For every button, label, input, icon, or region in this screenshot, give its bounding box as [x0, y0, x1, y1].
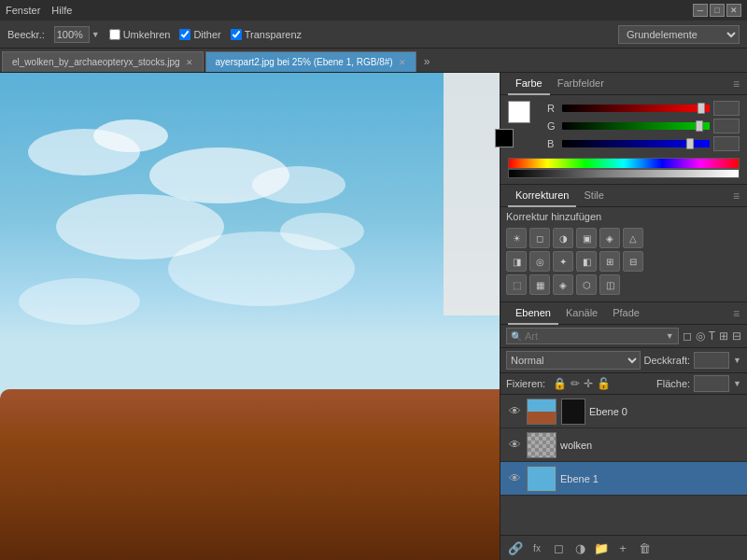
percent-arrow[interactable]: ▼: [92, 30, 100, 39]
korrekturen-section: Korrektur hinzufügen ☀ ◻ ◑ ▣ ◈ △ ◨ ◎ ✦ ◧…: [500, 207, 747, 301]
korr-icon-4[interactable]: ◈: [599, 228, 620, 248]
new-layer-icon[interactable]: +: [613, 539, 632, 557]
korr-icons-row-2: ◨ ◎ ✦ ◧ ⊞ ⊟: [506, 251, 741, 272]
dither-checkbox[interactable]: [179, 29, 190, 40]
deckkraft-arrow[interactable]: ▼: [733, 356, 741, 365]
flaeche-input[interactable]: 100%: [694, 375, 729, 392]
menu-item-hilfe[interactable]: Hilfe: [51, 5, 72, 16]
fix-icon-4[interactable]: 🔓: [597, 377, 611, 390]
layer-tool-icon-4[interactable]: ⊞: [719, 329, 728, 343]
close-button[interactable]: ✕: [726, 4, 741, 17]
korr-icon-8[interactable]: ✦: [553, 251, 573, 272]
korr-icon-10[interactable]: ⊞: [599, 251, 620, 272]
folder-icon[interactable]: 📁: [592, 539, 611, 557]
color-spectrum[interactable]: [508, 158, 740, 169]
channel-g-slider[interactable]: [562, 120, 710, 132]
panel-bottom-icons: 🔗 fx ◻ ◑ 📁 + 🗑: [500, 535, 747, 560]
fix-icon-1[interactable]: 🔒: [553, 377, 567, 390]
tab-farbe[interactable]: Farbe: [508, 73, 550, 95]
link-icon[interactable]: 🔗: [506, 539, 525, 557]
fix-icon-2[interactable]: ✏: [571, 377, 580, 390]
layer-tool-icon-5[interactable]: ⊟: [732, 329, 741, 343]
maximize-button[interactable]: □: [710, 4, 725, 17]
doc-tab-1[interactable]: ayerspart2.jpg bei 25% (Ebene 1, RGB/8#)…: [205, 51, 416, 72]
layer-tool-icon-3[interactable]: T: [709, 329, 715, 343]
layer-tool-icon-1[interactable]: ◻: [683, 329, 692, 343]
search-input[interactable]: [525, 330, 663, 342]
korrekturen-panel-options[interactable]: ≡: [733, 189, 740, 203]
grundelemente-select[interactable]: Grundelemente: [618, 25, 740, 44]
channel-b-slider[interactable]: [562, 138, 710, 149]
layer-name-1: wolken: [560, 440, 741, 451]
deckkraft-input[interactable]: 100%: [694, 352, 729, 369]
korr-icon-0[interactable]: ☀: [506, 228, 527, 248]
mask-icon[interactable]: ◻: [549, 539, 568, 557]
channel-r-value[interactable]: 240: [713, 101, 740, 116]
tab-farbfelder[interactable]: Farbfelder: [550, 73, 612, 95]
tab-korrekturen[interactable]: Korrekturen: [508, 185, 576, 207]
fixieren-row: Fixieren: 🔒 ✏ ✛ 🔓 Fläche: 100% ▼: [500, 373, 747, 395]
korr-icon-7[interactable]: ◎: [529, 251, 550, 272]
channel-b-label: B: [547, 138, 558, 149]
korr-icon-16[interactable]: ◫: [599, 274, 620, 295]
korr-icon-14[interactable]: ◈: [553, 274, 573, 295]
fix-icon-3[interactable]: ✛: [584, 377, 593, 390]
doc-tab-0[interactable]: el_wolken_by_archaeopteryx_stocks.jpg ✕: [2, 51, 204, 72]
channel-g-value[interactable]: 237: [713, 119, 740, 133]
transparenz-checkbox[interactable]: [231, 29, 242, 40]
umkehren-label[interactable]: Umkehren: [109, 29, 171, 40]
flaeche-arrow[interactable]: ▼: [733, 379, 741, 388]
korrekturen-tabs: Korrekturen Stile ≡: [500, 185, 747, 207]
layer-name-2: Ebene 1: [560, 473, 741, 484]
korr-icon-9[interactable]: ◧: [576, 251, 597, 272]
color-fg[interactable]: [508, 101, 530, 123]
tab-stile[interactable]: Stile: [576, 185, 611, 207]
delete-layer-icon[interactable]: 🗑: [635, 539, 654, 557]
korr-icon-12[interactable]: ⬚: [506, 274, 527, 295]
layer-mask-0: [561, 399, 585, 425]
korr-icon-2[interactable]: ◑: [553, 228, 573, 248]
korr-icons-row-3: ⬚ ▦ ◈ ⬡ ◫: [506, 274, 741, 295]
search-box[interactable]: 🔍 ▼: [506, 328, 679, 344]
adjustment-icon[interactable]: ◑: [571, 539, 589, 557]
main-area: Farbe Farbfelder ≡ R: [0, 73, 747, 560]
korr-icon-15[interactable]: ⬡: [576, 274, 597, 295]
tabs-row: el_wolken_by_archaeopteryx_stocks.jpg ✕ …: [0, 49, 747, 73]
korr-icon-6[interactable]: ◨: [506, 251, 527, 272]
korr-icon-5[interactable]: △: [623, 228, 643, 248]
korr-icon-3[interactable]: ▣: [576, 228, 597, 248]
dither-label[interactable]: Dither: [179, 29, 220, 40]
fx-icon[interactable]: fx: [528, 539, 546, 557]
korr-icon-1[interactable]: ◻: [529, 228, 550, 248]
minimize-button[interactable]: ─: [693, 4, 708, 17]
ebenen-panel-options[interactable]: ≡: [733, 307, 740, 320]
layer-visibility-1[interactable]: 👁: [506, 437, 523, 454]
layer-visibility-2[interactable]: 👁: [506, 470, 523, 487]
tab-pfade[interactable]: Pfade: [605, 302, 647, 325]
tab-close-0[interactable]: ✕: [186, 58, 193, 67]
umkehren-checkbox[interactable]: [109, 29, 120, 40]
channel-r-slider[interactable]: [562, 103, 710, 114]
tab-kanaele[interactable]: Kanäle: [558, 302, 605, 325]
korr-icon-11[interactable]: ⊟: [623, 251, 643, 272]
transparenz-label[interactable]: Transparenz: [231, 29, 302, 40]
layer-tool-icon-2[interactable]: ◎: [696, 329, 705, 343]
search-dropdown-icon[interactable]: ▼: [666, 331, 674, 341]
percent-input[interactable]: [54, 26, 90, 43]
canvas-area[interactable]: [0, 73, 500, 560]
layer-item-1[interactable]: 👁 wolken: [500, 428, 747, 462]
color-section: R 240 G: [500, 95, 747, 184]
korr-icon-13[interactable]: ▦: [529, 274, 550, 295]
color-panel-options-icon[interactable]: ≡: [733, 77, 740, 91]
color-bg[interactable]: [495, 129, 514, 147]
tab-ebenen[interactable]: Ebenen: [508, 302, 558, 325]
layer-visibility-0[interactable]: 👁: [506, 403, 523, 420]
channel-b-value[interactable]: 222: [713, 136, 740, 151]
layer-item-0[interactable]: 👁 Ebene 0: [500, 395, 747, 428]
menu-item-fenster[interactable]: Fenster: [6, 5, 40, 16]
tabs-more[interactable]: »: [418, 51, 436, 72]
layer-item-2[interactable]: 👁 Ebene 1: [500, 462, 747, 496]
blend-mode-select[interactable]: Normal: [506, 351, 641, 370]
tab-close-1[interactable]: ✕: [399, 58, 406, 67]
color-panel: Farbe Farbfelder ≡ R: [500, 73, 747, 185]
